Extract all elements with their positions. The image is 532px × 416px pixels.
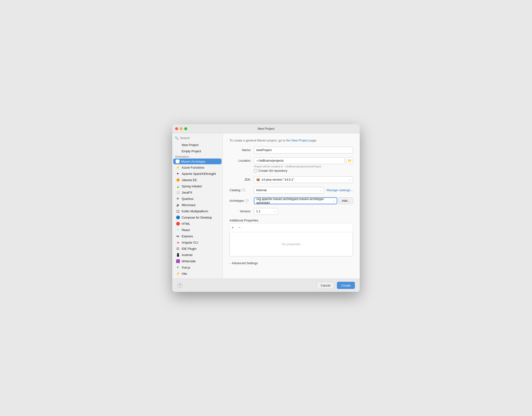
jdk-value: 14 java version "14.0.1"	[261, 178, 294, 181]
main-panel: To create a general Maven project, go to…	[223, 133, 360, 279]
sidebar-item-compose-desktop[interactable]: 🔵 Compose for Desktop	[173, 214, 222, 220]
catalog-control: Internal ⌄ Manage catalogs...	[254, 187, 353, 194]
sidebar-item-android[interactable]: 📱 Android	[173, 252, 222, 258]
sidebar-item-html[interactable]: 🔴 HTML	[173, 220, 222, 227]
maximize-button[interactable]	[184, 127, 187, 130]
props-area: + − No properties	[230, 223, 353, 256]
sidebar-item-writerside[interactable]: 🟪 Writerside	[173, 258, 222, 264]
sidebar-item-label: Spring Initializr	[182, 184, 202, 188]
sidebar-item-label: HTML	[182, 222, 190, 226]
search-input[interactable]	[180, 136, 220, 140]
sidebar-item-label: Micronaut	[182, 203, 195, 207]
sidebar-item-new-project[interactable]: New Project	[173, 142, 222, 148]
sidebar-item-label: Empty Project	[182, 149, 201, 153]
folder-browse-button[interactable]: 📁	[346, 157, 353, 164]
catalog-select[interactable]: Internal ⌄	[254, 187, 324, 194]
sidebar-item-label: Apache Spark/HDInsight	[182, 172, 216, 176]
express-icon: ex	[176, 234, 180, 238]
sidebar: 🔍 New Project Empty Project Generators m…	[172, 133, 223, 279]
sidebar-item-empty-project[interactable]: Empty Project	[173, 148, 222, 154]
location-row: Location: 📁 Project will be created in: …	[230, 157, 353, 172]
quarkus-icon: ✳	[176, 197, 180, 201]
sidebar-item-angular-cli[interactable]: 🔺 Angular CLI	[173, 239, 222, 246]
sidebar-item-kotlin-multiplatform[interactable]: ◫ Kotlin Multiplatform	[173, 208, 222, 214]
git-repo-checkbox[interactable]	[254, 169, 257, 172]
sidebar-item-label: Kotlin Multiplatform	[182, 209, 208, 213]
manage-catalogs-link[interactable]: Manage catalogs...	[327, 188, 353, 192]
jdk-select[interactable]: 📦 14 java version "14.0.1" ⌄	[254, 176, 353, 183]
location-input-row: 📁	[254, 157, 353, 164]
help-button[interactable]: ?	[177, 283, 182, 288]
archetype-select[interactable]: org.apache.maven.archetypes:maven-archet…	[254, 198, 337, 204]
version-select[interactable]: 1.1 ⌄	[254, 208, 278, 215]
android-icon: 📱	[176, 253, 180, 257]
create-button[interactable]: Create	[337, 282, 355, 289]
kotlin-multiplatform-icon: ◫	[176, 209, 180, 213]
new-project-link[interactable]: New Project	[291, 139, 308, 142]
sidebar-item-spring-initializr[interactable]: 🍃 Spring Initializr	[173, 183, 222, 189]
sidebar-item-label: Vue.js	[182, 266, 190, 269]
traffic-lights	[175, 127, 187, 130]
archetype-help-icon[interactable]: ?	[245, 199, 249, 202]
advanced-settings-toggle[interactable]: › Advanced Settings	[230, 260, 353, 266]
titlebar: New Project	[172, 124, 360, 133]
sidebar-item-maven-archetype[interactable]: m Maven Archetype	[173, 159, 222, 164]
minimize-button[interactable]	[180, 127, 183, 130]
version-control: 1.1 ⌄	[254, 208, 353, 215]
info-text-before: To create a general Maven project, go to…	[230, 139, 291, 142]
sidebar-item-react[interactable]: ⚛ React	[173, 227, 222, 233]
sidebar-item-label: Maven Archetype	[181, 160, 205, 163]
props-toolbar: + −	[230, 223, 353, 232]
remove-property-button[interactable]: −	[236, 225, 242, 231]
micronaut-icon: μ	[176, 203, 180, 207]
footer-buttons: Cancel Create	[317, 282, 355, 289]
sidebar-item-label: Android	[182, 253, 193, 257]
sidebar-item-label: IDE Plugin	[182, 247, 196, 251]
jdk-control: 📦 14 java version "14.0.1" ⌄	[254, 176, 353, 183]
jakarta-ee-icon: 🔶	[176, 178, 180, 182]
sidebar-item-micronaut[interactable]: μ Micronaut	[173, 202, 222, 208]
search-bar[interactable]: 🔍	[172, 135, 222, 142]
archetype-control: org.apache.maven.archetypes:maven-archet…	[254, 198, 353, 204]
name-row: Name:	[230, 147, 353, 153]
javafx-icon: ⬜	[176, 190, 180, 195]
archetype-label-with-help: Archetype: ?	[230, 199, 251, 202]
name-label: Name:	[230, 147, 251, 152]
archetype-value: org.apache.maven.archetypes:maven-archet…	[256, 197, 333, 204]
add-archetype-button[interactable]: Add...	[339, 198, 353, 204]
apache-spark-icon: ✦	[176, 171, 180, 176]
sidebar-item-label: Express	[182, 234, 193, 238]
version-row: Version: 1.1 ⌄	[230, 208, 353, 215]
catalog-dropdown-arrow: ⌄	[320, 189, 322, 191]
empty-project-icon	[176, 149, 180, 153]
git-repo-row: Create Git repository	[254, 169, 353, 172]
add-property-button[interactable]: +	[230, 225, 235, 231]
location-label: Location:	[230, 157, 251, 162]
sidebar-item-javafx[interactable]: ⬜ JavaFX	[173, 189, 222, 196]
sidebar-item-quarkus[interactable]: ✳ Quarkus	[173, 196, 222, 202]
sidebar-item-vue-js[interactable]: ▼ Vue.js	[173, 264, 222, 270]
sidebar-item-vite[interactable]: ⚡ Vite	[173, 270, 222, 277]
sidebar-item-label: Jakarta EE	[182, 178, 197, 182]
angular-cli-icon: 🔺	[176, 240, 180, 245]
close-button[interactable]	[175, 127, 178, 130]
cancel-button[interactable]: Cancel	[317, 282, 335, 289]
catalog-label: Catalog: ?	[230, 187, 251, 192]
sidebar-item-jakarta-ee[interactable]: 🔶 Jakarta EE	[173, 177, 222, 183]
sidebar-item-apache-spark[interactable]: ✦ Apache Spark/HDInsight	[173, 170, 222, 177]
generators-section-header: Generators	[172, 154, 222, 159]
chevron-right-icon: ›	[230, 262, 230, 265]
location-input[interactable]	[254, 157, 345, 164]
name-input[interactable]	[254, 147, 353, 153]
sidebar-item-label: Angular CLI	[182, 241, 198, 244]
sidebar-item-label: Quarkus	[182, 197, 193, 200]
location-hint: Project will be created in: ~/JetBrains/…	[254, 165, 353, 168]
sidebar-item-ide-plugin[interactable]: ⊡ IDE Plugin	[173, 246, 222, 252]
main-content: 🔍 New Project Empty Project Generators m…	[172, 133, 360, 279]
sidebar-item-label: React	[182, 228, 190, 232]
sidebar-item-express[interactable]: ex Express	[173, 233, 222, 239]
sidebar-item-azure-functions[interactable]: ⚡ Azure Functions	[173, 164, 222, 170]
catalog-help-icon[interactable]: ?	[242, 188, 245, 192]
compose-desktop-icon: 🔵	[176, 215, 180, 219]
advanced-settings-label: Advanced Settings	[232, 261, 258, 265]
